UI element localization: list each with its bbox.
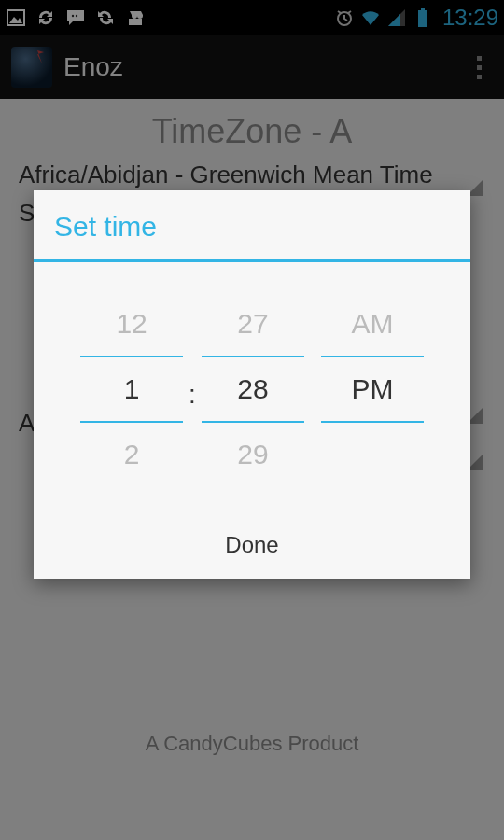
time-colon: : [189, 306, 196, 483]
hour-picker[interactable]: 12 1 2 [80, 296, 183, 483]
picker-divider [202, 421, 304, 423]
picker-divider [80, 356, 183, 357]
ampm-selected[interactable]: PM [321, 361, 424, 417]
minute-selected[interactable]: 28 [202, 361, 304, 417]
dialog-title: Set time [34, 190, 470, 262]
picker-divider [321, 356, 424, 357]
time-picker-dialog: Set time 12 1 2 : 27 28 29 AM PM Done [34, 190, 470, 579]
minute-next[interactable]: 29 [202, 427, 304, 483]
picker-divider [80, 421, 183, 423]
hour-next[interactable]: 2 [80, 427, 183, 483]
dialog-footer: Done [34, 511, 470, 579]
picker-divider [202, 356, 304, 357]
ampm-picker[interactable]: AM PM [321, 296, 424, 483]
minute-picker[interactable]: 27 28 29 [202, 296, 304, 483]
minute-prev[interactable]: 27 [202, 296, 304, 352]
ampm-next[interactable] [321, 427, 424, 483]
hour-selected[interactable]: 1 [80, 361, 183, 417]
hour-prev[interactable]: 12 [80, 296, 183, 352]
done-button[interactable]: Done [34, 511, 470, 579]
picker-divider [321, 421, 424, 423]
time-picker: 12 1 2 : 27 28 29 AM PM [34, 262, 470, 511]
ampm-prev[interactable]: AM [321, 296, 424, 352]
